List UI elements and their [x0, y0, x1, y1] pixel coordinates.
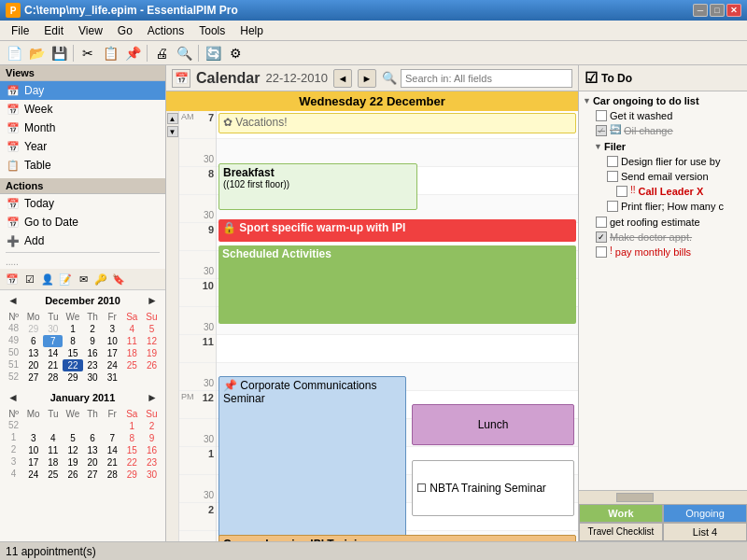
maximize-button[interactable]: □	[710, 4, 725, 17]
minimize-button[interactable]: ─	[693, 4, 708, 17]
menu-actions[interactable]: Actions	[140, 22, 191, 39]
todo-tab-travel[interactable]: Travel Checklist	[579, 523, 663, 541]
mini-cal-jan-next[interactable]: ►	[143, 391, 162, 404]
day-dec5[interactable]: 5	[142, 323, 162, 335]
day-dec28[interactable]: 28	[43, 371, 63, 384]
todo-item-call[interactable]: !! Call Leader X	[581, 184, 745, 199]
todo-item-roofing[interactable]: get roofing estimate	[581, 215, 745, 230]
toolbar-cut[interactable]: ✂	[78, 43, 98, 63]
sidebar-tb-notes[interactable]: 📝	[57, 271, 74, 287]
jan-day6[interactable]: 6	[83, 432, 103, 444]
menu-help[interactable]: Help	[233, 22, 271, 39]
event-breakfast[interactable]: Breakfast ((102 first floor))	[218, 163, 417, 210]
jan-day14[interactable]: 14	[103, 444, 122, 456]
doctor-checkbox[interactable]: ✓	[596, 231, 607, 243]
jan-day4[interactable]: 4	[43, 432, 63, 444]
wash-checkbox[interactable]	[596, 110, 607, 121]
day-dec8[interactable]: 8	[63, 335, 82, 347]
day-dec29[interactable]: 29	[63, 371, 82, 384]
day-dec17[interactable]: 17	[103, 347, 122, 359]
jan-day12[interactable]: 12	[63, 444, 82, 456]
day-dec7[interactable]: 7	[43, 335, 63, 347]
toolbar-settings[interactable]: ⚙	[225, 43, 246, 63]
sidebar-item-week[interactable]: 📅 Week	[0, 100, 165, 119]
jan-day2[interactable]: 2	[142, 420, 162, 432]
day-dec2[interactable]: 2	[83, 323, 103, 335]
jan-day13[interactable]: 13	[83, 444, 103, 456]
jan-day9[interactable]: 9	[142, 432, 162, 444]
day-dec19[interactable]: 19	[142, 347, 162, 359]
day-dec13[interactable]: 13	[23, 347, 43, 359]
jan-day30[interactable]: 30	[142, 469, 162, 481]
cal-next-btn[interactable]: ►	[358, 69, 376, 88]
jan-day18[interactable]: 18	[43, 456, 63, 469]
day-dec10[interactable]: 10	[103, 335, 122, 347]
sidebar-item-table[interactable]: 📋 Table	[0, 156, 165, 175]
jan-day11[interactable]: 11	[43, 444, 63, 456]
sidebar-tb-check[interactable]: ☑	[21, 271, 38, 287]
oil-checkbox[interactable]: ✓	[596, 125, 607, 136]
todo-item-wash[interactable]: Get it washed	[581, 108, 745, 123]
jan-day28[interactable]: 28	[103, 469, 122, 481]
menu-tools[interactable]: Tools	[191, 22, 233, 39]
jan-day19[interactable]: 19	[63, 456, 82, 469]
sidebar-item-add[interactable]: ➕ Add	[0, 231, 165, 250]
day-dec31[interactable]: 31	[103, 371, 122, 384]
day-nov29[interactable]: 29	[23, 323, 43, 335]
jan-day23[interactable]: 23	[142, 456, 162, 469]
roofing-checkbox[interactable]	[596, 217, 607, 228]
sidebar-item-day[interactable]: 📅 Day	[0, 81, 165, 100]
sidebar-tb-bookmark[interactable]: 🔖	[110, 271, 127, 287]
sidebar-tb-mail[interactable]: ✉	[75, 271, 92, 287]
day-dec27[interactable]: 27	[23, 371, 43, 384]
event-scheduled[interactable]: Scheduled Activities	[218, 245, 576, 324]
event-vacation[interactable]: ✿ Vacations!	[218, 113, 576, 133]
todo-item-print[interactable]: Print flier; How many c	[581, 199, 745, 214]
mini-cal-next[interactable]: ►	[143, 294, 162, 307]
sidebar-item-year[interactable]: 📅 Year	[0, 137, 165, 156]
jan-day10[interactable]: 10	[23, 444, 43, 456]
jan-day22[interactable]: 22	[122, 456, 142, 469]
day-dec14[interactable]: 14	[43, 347, 63, 359]
toolbar-find[interactable]: 🔍	[174, 43, 194, 63]
jan-day16[interactable]: 16	[142, 444, 162, 456]
close-button[interactable]: ✕	[726, 4, 741, 17]
day-dec1[interactable]: 1	[63, 323, 82, 335]
cal-side-btn1[interactable]: ▲	[167, 113, 178, 124]
todo-item-doctor[interactable]: ✓ Make doctor appt.	[581, 230, 745, 245]
menu-view[interactable]: View	[71, 22, 110, 39]
day-dec6[interactable]: 6	[23, 335, 43, 347]
sidebar-tb-password[interactable]: 🔑	[92, 271, 109, 287]
jan-day17[interactable]: 17	[23, 456, 43, 469]
sidebar-tb-calendar[interactable]: 📅	[4, 271, 21, 287]
event-nbta[interactable]: ☐ NBTA Training Seminar	[412, 460, 574, 516]
jan-day7[interactable]: 7	[103, 432, 122, 444]
todo-tab-work[interactable]: Work	[579, 504, 663, 523]
toolbar-paste[interactable]: 📌	[122, 43, 143, 63]
todo-item-email[interactable]: Send email version	[581, 169, 745, 184]
sidebar-item-today[interactable]: 📅 Today	[0, 194, 165, 213]
day-dec20[interactable]: 20	[23, 359, 43, 371]
cal-side-btn2[interactable]: ▼	[167, 126, 178, 137]
todo-tab-list4[interactable]: List 4	[663, 523, 747, 541]
todo-item-design[interactable]: Design flier for use by	[581, 154, 745, 169]
jan-day27[interactable]: 27	[83, 469, 103, 481]
toolbar-open[interactable]: 📂	[26, 43, 47, 63]
event-lunch[interactable]: Lunch	[412, 404, 574, 445]
sidebar-tb-contacts[interactable]: 👤	[39, 271, 56, 287]
todo-tab-ongoing[interactable]: Ongoing	[663, 504, 747, 523]
call-checkbox[interactable]	[616, 186, 627, 197]
day-dec23[interactable]: 23	[83, 359, 103, 371]
day-dec3[interactable]: 3	[103, 323, 122, 335]
menu-file[interactable]: File	[4, 22, 36, 39]
menu-edit[interactable]: Edit	[36, 22, 71, 39]
day-dec21[interactable]: 21	[43, 359, 63, 371]
day-dec16[interactable]: 16	[83, 347, 103, 359]
todo-cat-car[interactable]: ▼ Car ongoing to do list	[581, 93, 745, 108]
day-dec30[interactable]: 30	[83, 371, 103, 384]
day-dec15[interactable]: 15	[63, 347, 82, 359]
toolbar-copy[interactable]: 📋	[100, 43, 120, 63]
day-nov30[interactable]: 30	[43, 323, 63, 335]
todo-scrollbar[interactable]	[579, 491, 747, 504]
day-dec4[interactable]: 4	[122, 323, 142, 335]
